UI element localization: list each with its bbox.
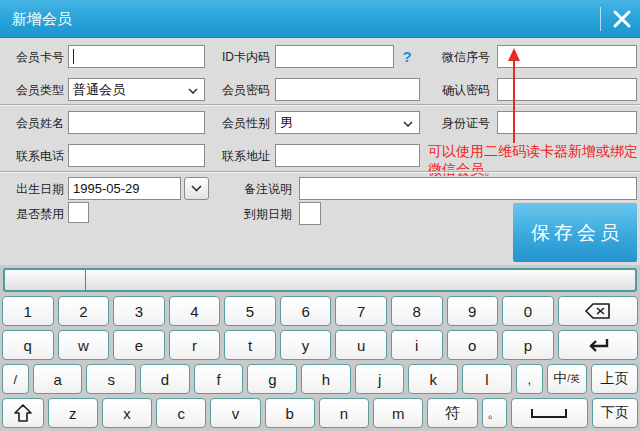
key-1[interactable]: 1 [2,296,54,326]
member-type-select[interactable]: 普通会员 [68,78,205,101]
page-title: 新增会员 [12,10,72,29]
key-r[interactable]: r [169,330,221,360]
key-comma[interactable]: , [516,364,543,394]
gender-select[interactable]: 男 [275,111,420,134]
expiry-date-label: 到期日期 [232,206,292,223]
keyboard-row-2: q w e r t y u i o p [2,330,638,360]
confirm-password-input[interactable] [497,78,637,101]
titlebar-divider [600,7,601,31]
address-label: 联系地址 [210,148,270,165]
expiry-date-input[interactable] [299,202,321,225]
disabled-label: 是否禁用 [4,206,64,223]
member-form: 会员卡号 ID卡内码 ? 微信序号 会员类型 普通会员 会员密码 确认密码 会员… [0,39,640,265]
key-l[interactable]: l [462,364,512,394]
key-i[interactable]: i [391,330,443,360]
preview-caret-divider [85,270,86,290]
lang-en-label: /英 [567,372,580,386]
next-page-key[interactable]: 下页 [592,398,638,428]
notes-label: 备注说明 [232,181,292,198]
gender-label: 会员性别 [210,115,270,132]
enter-key[interactable] [558,330,638,360]
lang-zh-label: 中 [553,370,567,388]
close-button[interactable] [604,0,640,38]
key-q[interactable]: q [2,330,54,360]
key-z[interactable]: z [48,398,98,428]
phone-input[interactable] [68,144,205,167]
keyboard-row-4: z x c v b n m 符 。 下页 [2,398,638,428]
key-3[interactable]: 3 [113,296,165,326]
key-y[interactable]: y [280,330,332,360]
key-p[interactable]: p [502,330,554,360]
phone-label: 联系电话 [4,148,64,165]
key-v[interactable]: v [210,398,260,428]
key-a[interactable]: a [33,364,83,394]
address-input[interactable] [275,144,420,167]
key-x[interactable]: x [102,398,152,428]
id-card-input[interactable] [275,45,394,68]
key-e[interactable]: e [113,330,165,360]
shift-key[interactable] [2,398,44,428]
birth-date-input[interactable]: 1995-05-29 [68,177,181,200]
space-key[interactable] [511,398,588,428]
chevron-down-icon [403,121,413,127]
title-bar: 新增会员 [0,0,640,38]
key-2[interactable]: 2 [58,296,110,326]
key-7[interactable]: 7 [335,296,387,326]
key-slash[interactable]: / [2,364,29,394]
key-u[interactable]: u [335,330,387,360]
language-toggle-key[interactable]: 中/英 [547,364,587,394]
key-b[interactable]: b [265,398,315,428]
key-w[interactable]: w [58,330,110,360]
section-divider [0,104,640,106]
gender-value: 男 [280,114,293,132]
member-type-label: 会员类型 [4,82,64,99]
key-h[interactable]: h [301,364,351,394]
save-member-button[interactable]: 保存会员 [513,203,637,262]
prev-page-key[interactable]: 上页 [591,364,638,394]
member-card-input[interactable] [68,45,205,68]
birth-date-dropdown-button[interactable] [184,177,209,200]
key-0[interactable]: 0 [502,296,554,326]
symbols-key[interactable]: 符 [427,398,477,428]
disabled-checkbox[interactable] [68,202,89,223]
key-k[interactable]: k [408,364,458,394]
keyboard-preview-input[interactable] [3,268,637,292]
member-password-input[interactable] [275,78,420,101]
backspace-key[interactable] [558,296,638,326]
key-c[interactable]: c [156,398,206,428]
chevron-down-icon [191,185,202,192]
key-m[interactable]: m [373,398,423,428]
member-password-label: 会员密码 [210,82,270,99]
key-g[interactable]: g [247,364,297,394]
birth-date-value: 1995-05-29 [73,181,140,196]
key-s[interactable]: s [86,364,136,394]
shift-icon [14,404,32,422]
key-9[interactable]: 9 [447,296,499,326]
key-t[interactable]: t [224,330,276,360]
key-5[interactable]: 5 [224,296,276,326]
member-type-value: 普通会员 [73,81,125,99]
enter-icon [586,337,610,353]
key-n[interactable]: n [319,398,369,428]
key-o[interactable]: o [447,330,499,360]
help-button[interactable]: ? [395,45,419,68]
annotation-arrow-line [513,60,515,143]
notes-input[interactable] [299,177,637,200]
key-d[interactable]: d [140,364,190,394]
confirm-password-label: 确认密码 [430,82,490,99]
key-j[interactable]: j [355,364,405,394]
key-f[interactable]: f [194,364,244,394]
id-number-label: 身份证号 [430,115,490,132]
close-icon [612,9,632,29]
key-6[interactable]: 6 [280,296,332,326]
key-8[interactable]: 8 [391,296,443,326]
id-number-input[interactable] [497,111,637,134]
chevron-down-icon [188,88,198,94]
member-name-input[interactable] [68,111,205,134]
backspace-icon [585,303,611,319]
period-key[interactable]: 。 [482,398,507,428]
space-bar-icon [531,409,567,418]
birth-date-label: 出生日期 [4,181,64,198]
onscreen-keyboard: 1 2 3 4 5 6 7 8 9 0 q w e r t y u i o p [0,265,640,431]
key-4[interactable]: 4 [169,296,221,326]
